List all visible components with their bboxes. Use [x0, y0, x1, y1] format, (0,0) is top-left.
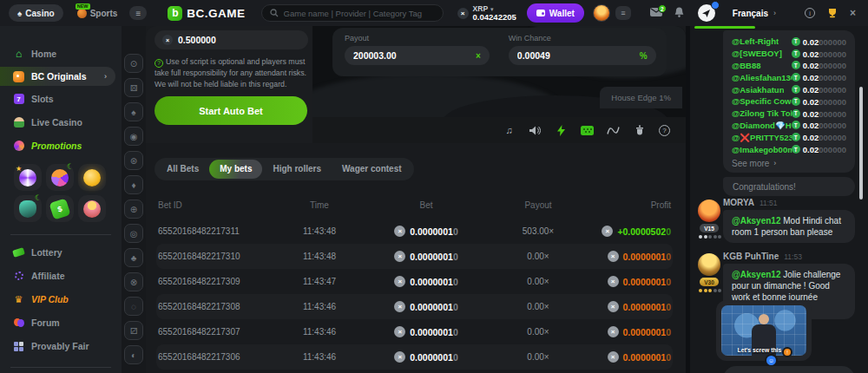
avatar[interactable] [698, 200, 720, 222]
tip-username[interactable]: @Diamond💎Hu… [732, 121, 792, 130]
turbo-icon[interactable] [555, 124, 568, 137]
nav-menu-button[interactable]: ≡ [129, 6, 147, 20]
sidebar-item-live-casino[interactable]: Live Casino [0, 112, 122, 133]
trends-icon[interactable] [607, 124, 620, 137]
language-selector[interactable]: Français › [733, 9, 776, 18]
tip-row[interactable]: @Specific Cowden T 0.02000000 [732, 95, 846, 108]
mention[interactable]: @Aksyen12 [732, 216, 780, 226]
game-shortcut-icon[interactable]: ⊙ [124, 54, 143, 73]
promo-tag-icon[interactable]: $ [46, 195, 74, 222]
profile-menu-button[interactable]: ≡ [615, 6, 631, 20]
tip-row[interactable]: @BB88 T 0.02000000 [732, 60, 846, 72]
close-icon[interactable]: × [850, 7, 856, 19]
table-row[interactable]: 65520168482217311 11:43:48 × 0.00000010 … [156, 219, 673, 244]
tip-row[interactable]: @Imakegob00m… T 0.02000000 [732, 143, 846, 155]
game-shortcut-icon[interactable]: ◌ [124, 297, 143, 316]
game-shortcut-icon[interactable]: ⊛ [124, 151, 143, 170]
brand-logo[interactable]: b BC.GAME [168, 6, 245, 21]
tip-row[interactable]: @[SWEBOY] T 0.02000000 [732, 48, 846, 60]
sidebar-item-promotions[interactable]: Promotions [0, 135, 122, 156]
bet-amount-input[interactable] [178, 35, 265, 45]
chat-username[interactable]: KGB PuhTine [723, 252, 779, 261]
tab-all-bets[interactable]: All Bets [156, 160, 209, 179]
clear-icon[interactable]: × [476, 51, 481, 61]
game-shortcut-icon[interactable]: ◉ [124, 127, 143, 146]
tip-username[interactable]: @Zilong Tik Tok [732, 108, 792, 118]
game-shortcut-icon[interactable]: ⊕ [124, 200, 143, 219]
promo-spin-icon[interactable] [14, 164, 42, 191]
search-bar[interactable] [261, 4, 444, 22]
game-shortcut-icon[interactable]: ⚂ [124, 321, 143, 340]
sidebar-item-home[interactable]: ⌂ Home [0, 43, 122, 64]
tab-high-rollers[interactable]: High rollers [262, 160, 332, 179]
promo-piggy-icon[interactable] [78, 164, 106, 191]
trophy-button[interactable] [827, 8, 838, 18]
sidebar-item-bc-originals[interactable]: BC Originals › [0, 67, 115, 86]
table-row[interactable]: 65520168482217308 11:43:46 × 0.00000010 … [156, 294, 673, 319]
game-shortcut-icon[interactable]: ♠ [124, 102, 143, 121]
wallet-button[interactable]: Wallet [527, 3, 584, 23]
game-shortcut-icon[interactable]: ♣ [124, 248, 143, 267]
emoji-reaction-icon[interactable]: ! [782, 347, 792, 357]
music-icon[interactable]: ♫ [503, 124, 516, 137]
tip-row[interactable]: @Asiakhatun T 0.02000000 [732, 83, 846, 95]
sidebar-item-forum[interactable]: Forum [0, 312, 122, 333]
sidebar-item-affiliate[interactable]: Affiliate [0, 265, 122, 286]
info-button[interactable]: i [805, 8, 815, 18]
tip-row[interactable]: @Left-Right T 0.02000000 [732, 36, 846, 48]
promo-rocket-icon[interactable] [14, 195, 42, 222]
table-row[interactable]: 65520168482217309 11:43:47 × 0.00000010 … [156, 269, 673, 294]
tip-username[interactable]: @Specific Cowden [732, 96, 792, 106]
table-row[interactable]: 65520168482217306 11:43:46 × 0.00000010 … [156, 344, 673, 370]
hotkeys-icon[interactable] [581, 124, 594, 137]
mention[interactable]: @Aksyen12 [732, 270, 780, 279]
sidebar-item-vip-club[interactable]: ♛ VIP Club [0, 289, 122, 310]
sidebar-item-slots[interactable]: 7 Slots [0, 88, 122, 109]
tip-username[interactable]: @[SWEBOY] [732, 49, 782, 58]
seed-icon[interactable] [633, 124, 646, 137]
promo-wheel-icon[interactable] [46, 164, 74, 191]
bet-amount-field[interactable]: × [155, 30, 308, 49]
notifications-button[interactable] [674, 7, 684, 19]
tab-my-bets[interactable]: My bets [209, 160, 262, 179]
tip-row[interactable]: @Zilong Tik Tok T 0.02000000 [732, 108, 846, 120]
help-icon[interactable]: ? [659, 125, 670, 136]
emoji-reaction-icon[interactable]: ☺ [765, 354, 778, 367]
tip-row[interactable]: @❌PRITTY5233❌ T 0.02000000 [732, 131, 846, 143]
casino-toggle[interactable]: ♠ Casino [9, 4, 63, 22]
messages-button[interactable]: 2 [650, 8, 662, 18]
tip-username[interactable]: @Asiakhatun [732, 85, 784, 95]
table-row[interactable]: 65520168482217307 11:43:46 × 0.00000010 … [156, 319, 673, 344]
game-shortcut-icon[interactable]: ♦ [124, 175, 143, 194]
payout-input[interactable] [353, 50, 476, 61]
see-more-link[interactable]: See more› [732, 159, 846, 168]
sports-toggle[interactable]: NEW Sports [77, 9, 118, 18]
tip-username[interactable]: @❌PRITTY5233❌ [732, 133, 792, 142]
chat-input[interactable] [723, 366, 855, 373]
tip-username[interactable]: @Aliesfahan1363 [732, 73, 792, 82]
game-shortcut-icon[interactable]: ⚄ [124, 78, 143, 97]
tip-username[interactable]: @Imakegob00m… [732, 145, 792, 154]
sidebar-item-provably-fair[interactable]: Provably Fair [0, 336, 122, 357]
start-auto-bet-button[interactable]: Start Auto Bet [155, 96, 307, 125]
search-input[interactable] [284, 9, 435, 18]
table-row[interactable]: 65520168482217310 11:43:48 × 0.00000010 … [156, 244, 673, 269]
avatar[interactable] [593, 4, 610, 22]
tab-wager-contest[interactable]: Wager contest [332, 160, 412, 179]
game-shortcut-icon[interactable]: ◎ [124, 224, 143, 243]
chat-username[interactable]: MORYA [723, 198, 754, 207]
currency-selector[interactable]: × XRP▾ 0.04242205 [457, 5, 516, 21]
tip-username[interactable]: @BB88 [732, 61, 761, 70]
win-chance-field[interactable]: % [509, 46, 656, 65]
game-shortcut-icon[interactable]: ⊗ [124, 272, 143, 291]
promo-rewards-icon[interactable] [78, 195, 106, 222]
payout-field[interactable]: × [345, 46, 490, 65]
sidebar-item-lottery[interactable]: Lottery [0, 242, 122, 263]
chat-image[interactable]: Let's screw this up [721, 305, 806, 356]
chat-scrollbar[interactable] [859, 87, 863, 200]
avatar[interactable] [698, 253, 720, 276]
tip-username[interactable]: @Left-Right [732, 36, 779, 46]
win-chance-input[interactable] [517, 50, 640, 61]
game-shortcut-icon[interactable]: ◐ [124, 345, 143, 364]
tip-row[interactable]: @Aliesfahan1363 T 0.02000000 [732, 71, 846, 83]
